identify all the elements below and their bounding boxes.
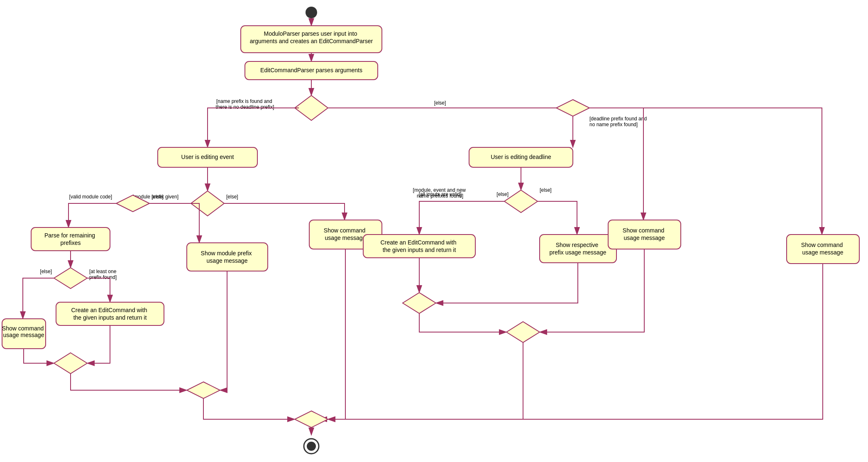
label-else-prefix: [else] [40,269,52,274]
show-cmd-left-text: Show command usage message [2,325,45,338]
arrow-cmd-left-merge1 [24,349,54,363]
user-edit-deadline-text: User is editing deadline [491,154,551,160]
start-node [306,7,317,18]
diamond-merge-d1 [403,293,436,313]
arrow-merge2-merge3 [203,398,295,419]
arrow-pref-create [87,278,110,302]
user-edit-event-text: User is editing event [181,154,234,160]
label-else1: [else] [434,100,446,106]
label-all-valid: [all inputs are valid] [419,191,462,197]
diamond-else1 [556,100,589,116]
arrow-d1-event [208,108,299,147]
diamond-merge3 [295,411,328,428]
arrow-merged1-merged2 [419,313,506,332]
arrow-ddl-resp [538,201,577,235]
diamond-merge-d2 [506,322,540,342]
label-else-module: [else] [226,194,238,200]
edit-parser-text: EditCommandParser parses arguments [260,67,362,73]
arrow-resp-merged1 [436,263,578,303]
arrow-pref-cmd-left [23,278,54,319]
end-inner [307,442,316,451]
arrow-module-prefix-merge2 [220,271,227,390]
arrow-valid-parse [68,203,116,227]
diagram-container: ModuloParser parses user input into argu… [0,0,868,462]
arrow-merged2-merge3 [328,342,523,419]
diamond-merge2 [187,382,220,398]
diamond-merge1 [54,353,87,374]
arrow-far-right-merge3 [328,264,823,419]
arrow-module-else-cmd [224,203,345,220]
diamond-deadline [504,190,538,213]
diamond-1 [295,95,328,120]
diamond-prefix [54,268,87,288]
arrow-cmd-event-merge3 [320,249,345,419]
label-else-valid: [else] [152,194,164,200]
label-else-ddl: [else] [540,187,552,193]
arrow-ddl-create [419,201,504,235]
arrow-valid-else-module [149,203,199,243]
label-deadline-prefix: [deadline prefix found and no name prefi… [589,116,648,127]
arrow-merge1-merge2 [71,374,187,390]
label-else-all: [else] [496,191,509,197]
label-valid-module: [valid module code] [69,194,112,200]
arrow-create-event-merge1 [87,325,110,363]
